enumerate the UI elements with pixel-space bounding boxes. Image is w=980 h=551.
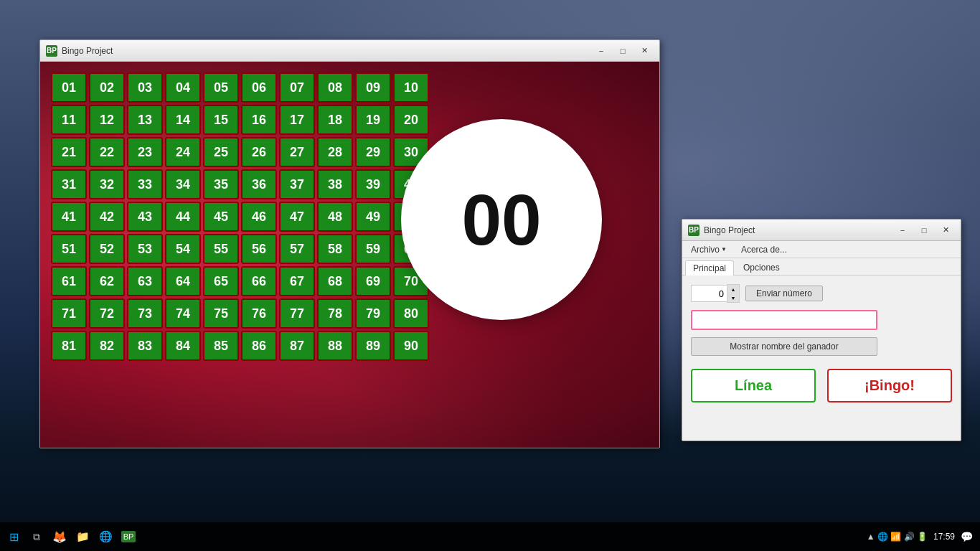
send-number-button[interactable]: Enviar número	[745, 286, 823, 301]
bingo-cell-77[interactable]: 77	[279, 298, 315, 329]
spinner-down-button[interactable]: ▼	[727, 293, 739, 302]
bingo-cell-03[interactable]: 03	[127, 72, 163, 103]
bingo-cell-09[interactable]: 09	[355, 72, 391, 103]
bingo-cell-27[interactable]: 27	[279, 137, 315, 167]
bingo-cell-88[interactable]: 88	[317, 331, 353, 361]
bingo-cell-53[interactable]: 53	[127, 234, 163, 264]
bingo-cell-89[interactable]: 89	[355, 331, 391, 361]
bingo-cell-74[interactable]: 74	[165, 298, 201, 329]
bingo-cell-26[interactable]: 26	[241, 137, 277, 167]
bingo-cell-90[interactable]: 90	[393, 331, 429, 361]
bingo-cell-35[interactable]: 35	[203, 169, 239, 199]
taskbar-windows-button[interactable]: ⊞	[3, 526, 24, 547]
bingo-cell-66[interactable]: 66	[241, 266, 277, 296]
bingo-cell-49[interactable]: 49	[355, 202, 391, 232]
bingo-cell-39[interactable]: 39	[355, 169, 391, 199]
notification-icon[interactable]: 💬	[961, 531, 973, 542]
bingo-cell-65[interactable]: 65	[203, 266, 239, 296]
bingo-call-button[interactable]: ¡Bingo!	[827, 369, 952, 402]
main-window-titlebar[interactable]: BP Bingo Project − □ ✕	[40, 40, 659, 62]
bingo-cell-67[interactable]: 67	[279, 266, 315, 296]
acerca-menu[interactable]: Acerca de...	[735, 243, 793, 256]
bingo-cell-72[interactable]: 72	[89, 298, 125, 329]
bingo-cell-85[interactable]: 85	[203, 331, 239, 361]
bingo-cell-46[interactable]: 46	[241, 202, 277, 232]
bingo-cell-34[interactable]: 34	[165, 169, 201, 199]
bingo-cell-76[interactable]: 76	[241, 298, 277, 329]
bingo-cell-07[interactable]: 07	[279, 72, 315, 103]
bingo-cell-73[interactable]: 73	[127, 298, 163, 329]
bingo-cell-45[interactable]: 45	[203, 202, 239, 232]
bingo-cell-11[interactable]: 11	[51, 105, 87, 135]
taskbar-browser2-button[interactable]: 🌐	[95, 526, 116, 547]
bingo-cell-75[interactable]: 75	[203, 298, 239, 329]
bingo-cell-82[interactable]: 82	[89, 331, 125, 361]
bingo-cell-18[interactable]: 18	[317, 105, 353, 135]
bingo-cell-56[interactable]: 56	[241, 234, 277, 264]
bingo-cell-12[interactable]: 12	[89, 105, 125, 135]
bingo-cell-17[interactable]: 17	[279, 105, 315, 135]
maximize-button[interactable]: □	[613, 44, 632, 58]
control-window-titlebar[interactable]: BP Bingo Project − □ ✕	[682, 220, 961, 241]
bingo-cell-80[interactable]: 80	[393, 298, 429, 329]
bingo-cell-59[interactable]: 59	[355, 234, 391, 264]
bingo-cell-04[interactable]: 04	[165, 72, 201, 103]
bingo-cell-29[interactable]: 29	[355, 137, 391, 167]
bingo-cell-57[interactable]: 57	[279, 234, 315, 264]
bingo-cell-63[interactable]: 63	[127, 266, 163, 296]
control-maximize-button[interactable]: □	[915, 223, 933, 237]
close-button[interactable]: ✕	[635, 44, 654, 58]
bingo-cell-86[interactable]: 86	[241, 331, 277, 361]
archivo-menu[interactable]: Archivo ▼	[685, 243, 732, 256]
bingo-cell-02[interactable]: 02	[89, 72, 125, 103]
bingo-cell-47[interactable]: 47	[279, 202, 315, 232]
bingo-cell-37[interactable]: 37	[279, 169, 315, 199]
bingo-cell-43[interactable]: 43	[127, 202, 163, 232]
bingo-cell-42[interactable]: 42	[89, 202, 125, 232]
control-close-button[interactable]: ✕	[936, 223, 955, 237]
bingo-cell-68[interactable]: 68	[317, 266, 353, 296]
bingo-cell-01[interactable]: 01	[51, 72, 87, 103]
bingo-cell-20[interactable]: 20	[393, 105, 429, 135]
bingo-cell-79[interactable]: 79	[355, 298, 391, 329]
bingo-cell-24[interactable]: 24	[165, 137, 201, 167]
bingo-cell-14[interactable]: 14	[165, 105, 201, 135]
bingo-cell-15[interactable]: 15	[203, 105, 239, 135]
taskbar-taskview-button[interactable]: ⧉	[26, 526, 47, 547]
bingo-cell-36[interactable]: 36	[241, 169, 277, 199]
winner-name-input[interactable]	[691, 310, 877, 330]
bingo-cell-22[interactable]: 22	[89, 137, 125, 167]
bingo-cell-38[interactable]: 38	[317, 169, 353, 199]
tab-opciones[interactable]: Opciones	[735, 260, 788, 275]
tab-principal[interactable]: Principal	[685, 260, 734, 276]
bingo-cell-08[interactable]: 08	[317, 72, 353, 103]
bingo-cell-84[interactable]: 84	[165, 331, 201, 361]
bingo-cell-13[interactable]: 13	[127, 105, 163, 135]
bingo-cell-25[interactable]: 25	[203, 137, 239, 167]
minimize-button[interactable]: −	[592, 44, 611, 58]
control-minimize-button[interactable]: −	[893, 223, 912, 237]
bingo-cell-64[interactable]: 64	[165, 266, 201, 296]
bingo-cell-06[interactable]: 06	[241, 72, 277, 103]
bingo-cell-71[interactable]: 71	[51, 298, 87, 329]
bingo-cell-61[interactable]: 61	[51, 266, 87, 296]
bingo-cell-48[interactable]: 48	[317, 202, 353, 232]
bingo-cell-44[interactable]: 44	[165, 202, 201, 232]
taskbar-files-button[interactable]: 📁	[72, 526, 93, 547]
bingo-cell-51[interactable]: 51	[51, 234, 87, 264]
bingo-cell-31[interactable]: 31	[51, 169, 87, 199]
bingo-cell-54[interactable]: 54	[165, 234, 201, 264]
bingo-cell-32[interactable]: 32	[89, 169, 125, 199]
linea-button[interactable]: Línea	[691, 369, 816, 402]
bingo-cell-58[interactable]: 58	[317, 234, 353, 264]
bingo-cell-87[interactable]: 87	[279, 331, 315, 361]
taskbar-bingo-button[interactable]: BP	[118, 526, 139, 547]
bingo-cell-78[interactable]: 78	[317, 298, 353, 329]
bingo-cell-28[interactable]: 28	[317, 137, 353, 167]
bingo-cell-83[interactable]: 83	[127, 331, 163, 361]
bingo-cell-33[interactable]: 33	[127, 169, 163, 199]
bingo-cell-23[interactable]: 23	[127, 137, 163, 167]
bingo-cell-19[interactable]: 19	[355, 105, 391, 135]
bingo-cell-41[interactable]: 41	[51, 202, 87, 232]
bingo-cell-55[interactable]: 55	[203, 234, 239, 264]
